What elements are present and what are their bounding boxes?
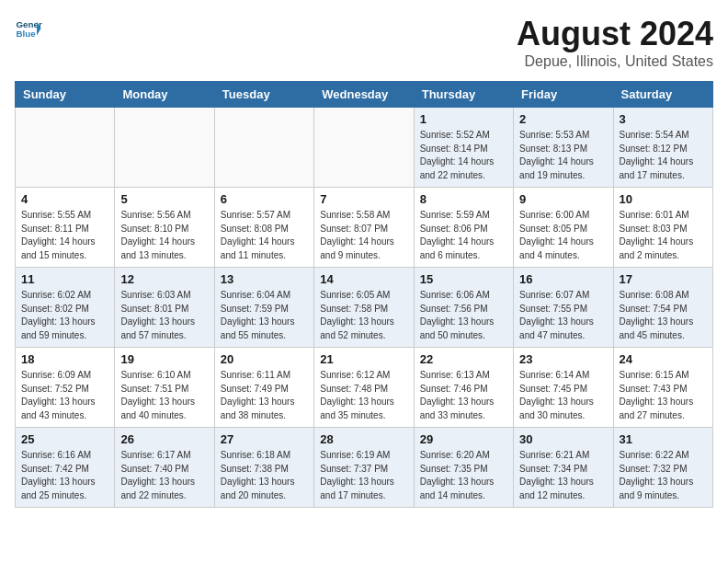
calendar-cell [314, 108, 414, 188]
day-number: 12 [120, 272, 208, 286]
day-info: Sunrise: 6:03 AM Sunset: 8:01 PM Dayligh… [120, 289, 208, 342]
day-info: Sunrise: 5:57 AM Sunset: 8:08 PM Dayligh… [221, 209, 308, 262]
calendar-cell: 25Sunrise: 6:16 AM Sunset: 7:42 PM Dayli… [16, 428, 115, 508]
weekday-header-wednesday: Wednesday [314, 82, 414, 108]
svg-text:Blue: Blue [17, 29, 37, 39]
day-number: 15 [420, 272, 507, 286]
day-number: 28 [320, 432, 407, 446]
day-number: 21 [320, 352, 407, 366]
calendar-cell: 4Sunrise: 5:55 AM Sunset: 8:11 PM Daylig… [16, 188, 115, 268]
day-info: Sunrise: 6:13 AM Sunset: 7:46 PM Dayligh… [420, 369, 507, 422]
day-info: Sunrise: 6:02 AM Sunset: 8:02 PM Dayligh… [21, 289, 108, 342]
calendar-cell: 6Sunrise: 5:57 AM Sunset: 8:08 PM Daylig… [214, 188, 313, 268]
day-number: 30 [519, 432, 607, 446]
calendar-cell: 21Sunrise: 6:12 AM Sunset: 7:48 PM Dayli… [314, 348, 414, 428]
calendar-cell: 1Sunrise: 5:52 AM Sunset: 8:14 PM Daylig… [414, 108, 513, 188]
calendar-cell: 29Sunrise: 6:20 AM Sunset: 7:35 PM Dayli… [414, 428, 513, 508]
day-info: Sunrise: 6:09 AM Sunset: 7:52 PM Dayligh… [21, 369, 108, 422]
day-number: 2 [519, 112, 607, 126]
logo-icon: General Blue [15, 15, 42, 42]
day-number: 23 [519, 352, 607, 366]
calendar-cell: 9Sunrise: 6:00 AM Sunset: 8:05 PM Daylig… [514, 188, 613, 268]
calendar-week-row: 4Sunrise: 5:55 AM Sunset: 8:11 PM Daylig… [16, 188, 713, 268]
day-number: 26 [120, 432, 208, 446]
day-number: 11 [21, 272, 108, 286]
calendar-cell: 30Sunrise: 6:21 AM Sunset: 7:34 PM Dayli… [514, 428, 613, 508]
day-info: Sunrise: 6:17 AM Sunset: 7:40 PM Dayligh… [120, 449, 208, 502]
day-info: Sunrise: 6:18 AM Sunset: 7:38 PM Dayligh… [221, 449, 308, 502]
weekday-header-friday: Friday [514, 82, 613, 108]
calendar-cell: 22Sunrise: 6:13 AM Sunset: 7:46 PM Dayli… [414, 348, 513, 428]
calendar-cell: 7Sunrise: 5:58 AM Sunset: 8:07 PM Daylig… [314, 188, 414, 268]
calendar-cell: 10Sunrise: 6:01 AM Sunset: 8:03 PM Dayli… [613, 188, 712, 268]
calendar-week-row: 1Sunrise: 5:52 AM Sunset: 8:14 PM Daylig… [16, 108, 713, 188]
calendar-week-row: 11Sunrise: 6:02 AM Sunset: 8:02 PM Dayli… [16, 268, 713, 348]
day-info: Sunrise: 6:19 AM Sunset: 7:37 PM Dayligh… [320, 449, 407, 502]
day-info: Sunrise: 5:53 AM Sunset: 8:13 PM Dayligh… [519, 129, 607, 182]
day-info: Sunrise: 6:05 AM Sunset: 7:58 PM Dayligh… [320, 289, 407, 342]
calendar-cell: 26Sunrise: 6:17 AM Sunset: 7:40 PM Dayli… [115, 428, 214, 508]
weekday-header-tuesday: Tuesday [214, 82, 313, 108]
day-info: Sunrise: 6:00 AM Sunset: 8:05 PM Dayligh… [519, 209, 607, 262]
weekday-header-thursday: Thursday [414, 82, 513, 108]
weekday-header-saturday: Saturday [613, 82, 712, 108]
day-info: Sunrise: 5:52 AM Sunset: 8:14 PM Dayligh… [420, 129, 507, 182]
day-number: 10 [620, 192, 707, 206]
calendar-cell: 15Sunrise: 6:06 AM Sunset: 7:56 PM Dayli… [414, 268, 513, 348]
day-number: 6 [221, 192, 308, 206]
day-info: Sunrise: 5:55 AM Sunset: 8:11 PM Dayligh… [21, 209, 108, 262]
day-number: 7 [320, 192, 407, 206]
day-number: 27 [221, 432, 308, 446]
calendar-cell: 28Sunrise: 6:19 AM Sunset: 7:37 PM Dayli… [314, 428, 414, 508]
weekday-header-sunday: Sunday [16, 82, 115, 108]
day-number: 31 [620, 432, 707, 446]
calendar-cell: 12Sunrise: 6:03 AM Sunset: 8:01 PM Dayli… [115, 268, 214, 348]
day-info: Sunrise: 6:21 AM Sunset: 7:34 PM Dayligh… [519, 449, 607, 502]
calendar-cell: 14Sunrise: 6:05 AM Sunset: 7:58 PM Dayli… [314, 268, 414, 348]
day-number: 8 [420, 192, 507, 206]
day-number: 20 [221, 352, 308, 366]
day-info: Sunrise: 6:11 AM Sunset: 7:49 PM Dayligh… [221, 369, 308, 422]
calendar-cell: 17Sunrise: 6:08 AM Sunset: 7:54 PM Dayli… [613, 268, 712, 348]
calendar-cell [16, 108, 115, 188]
day-number: 24 [620, 352, 707, 366]
calendar-cell: 16Sunrise: 6:07 AM Sunset: 7:55 PM Dayli… [514, 268, 613, 348]
day-info: Sunrise: 6:14 AM Sunset: 7:45 PM Dayligh… [519, 369, 607, 422]
day-info: Sunrise: 6:08 AM Sunset: 7:54 PM Dayligh… [620, 289, 707, 342]
calendar-cell [115, 108, 214, 188]
day-number: 16 [519, 272, 607, 286]
calendar-cell: 13Sunrise: 6:04 AM Sunset: 7:59 PM Dayli… [214, 268, 313, 348]
calendar-cell: 27Sunrise: 6:18 AM Sunset: 7:38 PM Dayli… [214, 428, 313, 508]
weekday-header-monday: Monday [115, 82, 214, 108]
calendar-table: SundayMondayTuesdayWednesdayThursdayFrid… [15, 81, 713, 508]
day-info: Sunrise: 5:59 AM Sunset: 8:06 PM Dayligh… [420, 209, 507, 262]
day-info: Sunrise: 5:58 AM Sunset: 8:07 PM Dayligh… [320, 209, 407, 262]
day-number: 14 [320, 272, 407, 286]
day-info: Sunrise: 6:12 AM Sunset: 7:48 PM Dayligh… [320, 369, 407, 422]
day-number: 3 [620, 112, 707, 126]
calendar-cell: 11Sunrise: 6:02 AM Sunset: 8:02 PM Dayli… [16, 268, 115, 348]
calendar-cell: 5Sunrise: 5:56 AM Sunset: 8:10 PM Daylig… [115, 188, 214, 268]
day-number: 9 [519, 192, 607, 206]
day-number: 22 [420, 352, 507, 366]
logo: General Blue [15, 15, 42, 42]
day-info: Sunrise: 6:10 AM Sunset: 7:51 PM Dayligh… [120, 369, 208, 422]
calendar-cell: 24Sunrise: 6:15 AM Sunset: 7:43 PM Dayli… [613, 348, 712, 428]
calendar-cell: 18Sunrise: 6:09 AM Sunset: 7:52 PM Dayli… [16, 348, 115, 428]
page-title: August 2024 [517, 15, 713, 53]
day-number: 13 [221, 272, 308, 286]
day-info: Sunrise: 6:16 AM Sunset: 7:42 PM Dayligh… [21, 449, 108, 502]
calendar-cell: 3Sunrise: 5:54 AM Sunset: 8:12 PM Daylig… [613, 108, 712, 188]
day-number: 18 [21, 352, 108, 366]
day-info: Sunrise: 5:54 AM Sunset: 8:12 PM Dayligh… [620, 129, 707, 182]
day-info: Sunrise: 6:20 AM Sunset: 7:35 PM Dayligh… [420, 449, 507, 502]
calendar-cell: 31Sunrise: 6:22 AM Sunset: 7:32 PM Dayli… [613, 428, 712, 508]
day-info: Sunrise: 6:01 AM Sunset: 8:03 PM Dayligh… [620, 209, 707, 262]
day-info: Sunrise: 5:56 AM Sunset: 8:10 PM Dayligh… [120, 209, 208, 262]
calendar-week-row: 25Sunrise: 6:16 AM Sunset: 7:42 PM Dayli… [16, 428, 713, 508]
day-number: 25 [21, 432, 108, 446]
calendar-cell: 19Sunrise: 6:10 AM Sunset: 7:51 PM Dayli… [115, 348, 214, 428]
page-header: General Blue August 2024 Depue, Illinois… [15, 15, 713, 70]
day-number: 5 [120, 192, 208, 206]
calendar-cell [214, 108, 313, 188]
